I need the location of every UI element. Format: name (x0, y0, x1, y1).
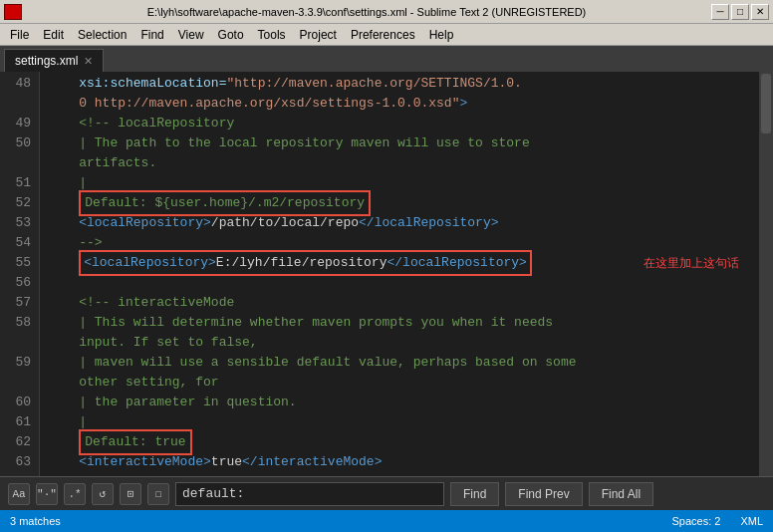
find-prev-button[interactable]: Find Prev (505, 482, 582, 506)
menu-tools[interactable]: Tools (252, 26, 292, 44)
tab-settings-xml[interactable]: settings.xml ✕ (4, 49, 104, 72)
menu-file[interactable]: File (4, 26, 35, 44)
tab-close-button[interactable]: ✕ (84, 55, 93, 68)
spaces-status: Spaces: 2 (671, 515, 720, 527)
annotation-text: 在这里加上这句话 (644, 253, 739, 273)
code-line-49: <!-- localRepository (40, 114, 759, 133)
menu-preferences[interactable]: Preferences (345, 26, 421, 44)
code-line-52: Default: ${user.home}/.m2/repository (40, 193, 759, 213)
menu-project[interactable]: Project (294, 26, 343, 44)
code-line-48: xsi:schemaLocation="http://maven.apache.… (40, 74, 759, 94)
find-all-button[interactable]: Find All (589, 482, 653, 506)
line-num-48: 48 (4, 74, 31, 94)
word-button[interactable]: "·" (36, 483, 58, 505)
menu-help[interactable]: Help (423, 26, 460, 44)
line-num-51: 51 (4, 173, 31, 193)
maximize-button[interactable]: □ (731, 4, 749, 20)
code-line-50: | The path to the local repository maven… (40, 133, 759, 153)
regex-button[interactable]: .* (64, 483, 86, 505)
scrollbar-area[interactable] (759, 72, 773, 476)
syntax-status: XML (740, 515, 763, 527)
insel-button[interactable]: ⊡ (120, 483, 141, 505)
title-controls: ─ □ ✕ (711, 4, 769, 20)
line-num-54: 54 (4, 233, 31, 253)
menu-selection[interactable]: Selection (72, 26, 132, 44)
line-num-56: 56 (4, 273, 31, 293)
menu-bar: File Edit Selection Find View Goto Tools… (0, 24, 773, 46)
close-button[interactable]: ✕ (751, 4, 769, 20)
code-line-62: Default: true (40, 432, 759, 452)
code-line-55: <localRepository>E:/lyh/file/repository<… (40, 253, 759, 273)
wrap-button[interactable]: ↺ (92, 483, 114, 505)
code-line-48b: 0 http://maven.apache.org/xsd/settings-1… (40, 94, 759, 114)
line-num-blank1 (4, 94, 31, 114)
menu-view[interactable]: View (172, 26, 210, 44)
line-num-53: 53 (4, 213, 31, 233)
line-num-60: 60 (4, 393, 31, 412)
status-bar: 3 matches Spaces: 2 XML (0, 510, 773, 532)
line-num-58: 58 (4, 313, 31, 333)
find-bar: Aa "·" .* ↺ ⊡ ☐ Find Find Prev Find All (0, 476, 773, 510)
app-icon (4, 4, 22, 20)
line-num-blank2 (4, 153, 31, 173)
code-line-63: <interactiveMode>true</interactiveMode> (40, 452, 759, 472)
title-bar: E:\lyh\software\apache-maven-3.3.9\conf\… (0, 0, 773, 24)
title-text: E:\lyh\software\apache-maven-3.3.9\conf\… (22, 6, 711, 18)
code-line-53: <localRepository>/path/to/local/repo</lo… (40, 213, 759, 233)
code-line-60: | the parameter in question. (40, 393, 759, 412)
code-line-57: <!-- interactiveMode (40, 293, 759, 313)
find-input[interactable] (175, 482, 444, 506)
highlight-button[interactable]: ☐ (147, 483, 169, 505)
line-num-49: 49 (4, 114, 31, 133)
code-content[interactable]: xsi:schemaLocation="http://maven.apache.… (40, 72, 759, 476)
line-num-57: 57 (4, 293, 31, 313)
code-line-59b: other setting, for (40, 373, 759, 393)
status-right: Spaces: 2 XML (671, 515, 763, 527)
code-line-58b: input. If set to false, (40, 333, 759, 353)
find-button[interactable]: Find (450, 482, 499, 506)
menu-edit[interactable]: Edit (37, 26, 70, 44)
matches-status: 3 matches (10, 515, 61, 527)
tab-bar: settings.xml ✕ (0, 46, 773, 72)
line-num-50: 50 (4, 133, 31, 153)
code-line-59: | maven will use a sensible default valu… (40, 353, 759, 373)
menu-find[interactable]: Find (134, 26, 169, 44)
line-num-64: 64 (4, 472, 31, 476)
code-line-56 (40, 273, 759, 293)
line-num-59: 59 (4, 353, 31, 373)
case-sensitive-button[interactable]: Aa (8, 483, 30, 505)
editor-area: 48 49 50 51 52 53 54 55 56 57 58 59 60 6… (0, 72, 773, 476)
code-line-58: | This will determine whether maven prom… (40, 313, 759, 333)
minimize-button[interactable]: ─ (711, 4, 729, 20)
code-line-64: --> (40, 472, 759, 476)
code-line-50b: artifacts. (40, 153, 759, 173)
line-num-blank4 (4, 373, 31, 393)
tab-label: settings.xml (15, 54, 78, 68)
scrollbar-thumb[interactable] (761, 74, 771, 133)
line-num-63: 63 (4, 452, 31, 472)
line-num-61: 61 (4, 412, 31, 432)
line-num-52: 52 (4, 193, 31, 213)
line-numbers: 48 49 50 51 52 53 54 55 56 57 58 59 60 6… (0, 72, 40, 476)
line-num-blank3 (4, 333, 31, 353)
line-num-55: 55 (4, 253, 31, 273)
line-num-62: 62 (4, 432, 31, 452)
menu-goto[interactable]: Goto (212, 26, 250, 44)
